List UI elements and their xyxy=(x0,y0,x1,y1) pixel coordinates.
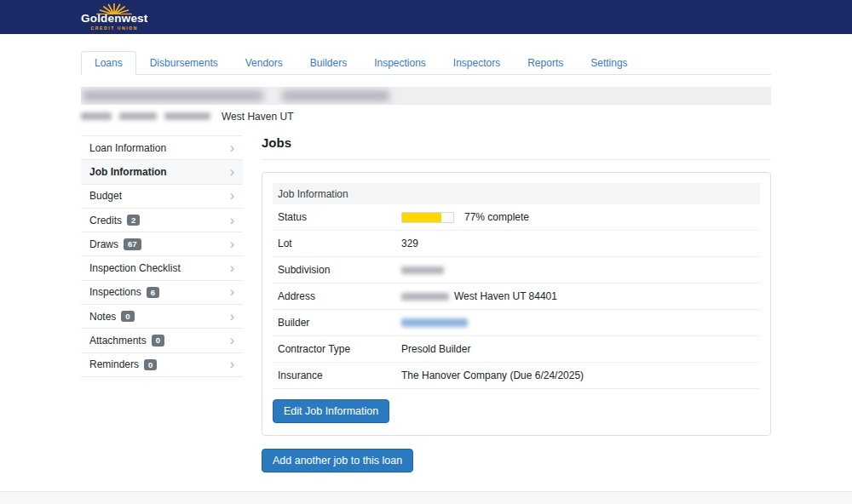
field-value: West Haven UT 84401 xyxy=(401,290,557,302)
chevron-right-icon: › xyxy=(230,165,234,179)
chevron-right-icon: › xyxy=(230,334,234,347)
tab-settings[interactable]: Settings xyxy=(577,51,641,75)
tab-inspections[interactable]: Inspections xyxy=(360,51,440,75)
field-value: 77% complete xyxy=(401,211,529,223)
sidebar-item-attachments[interactable]: Attachments0› xyxy=(81,329,243,352)
field-label: Lot xyxy=(278,238,401,249)
count-badge: 0 xyxy=(152,335,164,346)
field-value: The Hanover Company (Due 6/24/2025) xyxy=(401,369,584,381)
sidebar-item-label: Inspections xyxy=(89,286,141,298)
info-row-subdivision: Subdivision xyxy=(273,257,760,284)
chevron-right-icon: › xyxy=(230,214,234,227)
main-nav: LoansDisbursementsVendorsBuildersInspect… xyxy=(81,51,771,75)
field-label: Status xyxy=(278,211,401,223)
app-header: Goldenwest CREDIT UNION xyxy=(0,0,852,34)
sidebar-item-draws[interactable]: Draws67› xyxy=(81,232,243,256)
sidebar-item-credits[interactable]: Credits2› xyxy=(81,209,243,232)
edit-job-information-button[interactable]: Edit Job Information xyxy=(273,399,389,423)
info-row-lot: Lot329 xyxy=(273,231,760,257)
info-row-insurance: InsuranceThe Hanover Company (Due 6/24/2… xyxy=(273,363,760,389)
job-information-card: Job Information Status77% completeLot329… xyxy=(262,172,771,436)
field-value-text: West Haven UT 84401 xyxy=(454,290,557,302)
logo-name: Goldenwest xyxy=(81,13,148,25)
sidebar-item-inspections[interactable]: Inspections6› xyxy=(81,281,243,305)
sidebar: Loan Information›Job Information›Budget›… xyxy=(81,135,243,472)
sidebar-item-label: Budget xyxy=(89,190,122,202)
page-title: Jobs xyxy=(262,135,771,150)
sidebar-item-budget[interactable]: Budget› xyxy=(81,185,243,209)
progress-caption: 77% complete xyxy=(464,211,529,223)
field-label: Insurance xyxy=(278,369,401,381)
field-value: Presold Builder xyxy=(401,343,470,355)
sidebar-item-label: Attachments xyxy=(89,335,147,346)
nav-tabs: LoansDisbursementsVendorsBuildersInspect… xyxy=(81,51,771,75)
sidebar-item-inspection-checklist[interactable]: Inspection Checklist› xyxy=(81,256,243,280)
progress-bar xyxy=(401,212,454,223)
progress-fill xyxy=(402,213,441,222)
redacted-subdivision xyxy=(119,112,157,120)
chevron-right-icon: › xyxy=(230,141,234,155)
count-badge: 6 xyxy=(147,287,159,299)
field-label: Subdivision xyxy=(278,264,401,276)
chevron-right-icon: › xyxy=(230,238,234,251)
sidebar-item-label: Reminders xyxy=(89,358,139,370)
main-content: Jobs Job Information Status77% completeL… xyxy=(262,135,771,472)
field-label: Contractor Type xyxy=(278,343,401,355)
job-info-rows: Status77% completeLot329SubdivisionAddre… xyxy=(273,204,760,389)
sidebar-item-label: Inspection Checklist xyxy=(89,262,181,274)
logo-tagline: CREDIT UNION xyxy=(91,26,138,31)
chevron-right-icon: › xyxy=(230,310,234,324)
sidebar-item-label: Notes xyxy=(89,311,116,323)
sidebar-item-label: Job Information xyxy=(89,166,167,178)
field-value: 329 xyxy=(401,238,418,249)
tab-builders[interactable]: Builders xyxy=(296,51,360,75)
card-header: Job Information xyxy=(273,183,760,204)
info-row-contractor-type: Contractor TypePresold Builder xyxy=(273,336,760,363)
count-badge: 67 xyxy=(124,238,141,250)
loan-location: West Haven UT xyxy=(222,111,293,123)
chevron-right-icon: › xyxy=(230,261,234,275)
sidebar-item-job-information[interactable]: Job Information› xyxy=(81,160,243,184)
add-job-button[interactable]: Add another job to this loan xyxy=(262,449,413,472)
count-badge: 0 xyxy=(121,311,134,323)
tab-reports[interactable]: Reports xyxy=(514,51,577,75)
field-value xyxy=(401,318,468,327)
goldenwest-logo: Goldenwest CREDIT UNION xyxy=(81,3,148,31)
sidebar-item-notes[interactable]: Notes0› xyxy=(81,305,243,329)
tab-inspectors[interactable]: Inspectors xyxy=(440,51,514,75)
info-row-address: AddressWest Haven UT 84401 xyxy=(273,284,760,310)
title-divider xyxy=(262,159,771,160)
redacted-title-segment xyxy=(83,90,263,101)
info-row-status: Status77% complete xyxy=(273,204,760,231)
redacted-street xyxy=(164,112,210,120)
page-footer xyxy=(0,491,852,504)
chevron-right-icon: › xyxy=(230,189,234,203)
chevron-right-icon: › xyxy=(230,285,234,299)
redacted-builder-link[interactable] xyxy=(401,318,468,327)
tab-disbursements[interactable]: Disbursements xyxy=(136,51,232,75)
sidebar-item-loan-information[interactable]: Loan Information› xyxy=(81,136,243,160)
count-badge: 2 xyxy=(127,215,140,226)
sidebar-item-label: Draws xyxy=(89,238,118,250)
tab-loans[interactable]: Loans xyxy=(81,51,136,75)
field-label: Builder xyxy=(278,317,401,329)
redacted-title-segment xyxy=(282,90,389,101)
field-value xyxy=(401,266,444,274)
loan-header: West Haven UT xyxy=(81,87,771,122)
sidebar-item-label: Credits xyxy=(89,215,122,226)
redacted-lot xyxy=(81,112,112,120)
info-row-builder: Builder xyxy=(273,310,760,336)
sidebar-item-reminders[interactable]: Reminders0› xyxy=(81,353,243,377)
field-label: Address xyxy=(278,290,401,302)
count-badge: 0 xyxy=(144,359,157,371)
tab-vendors[interactable]: Vendors xyxy=(232,51,296,75)
chevron-right-icon: › xyxy=(230,358,234,371)
redacted-value xyxy=(401,266,444,274)
loan-subtitle: West Haven UT xyxy=(81,111,771,122)
redacted-value xyxy=(401,293,449,301)
loan-title-redacted xyxy=(81,87,771,105)
sidebar-item-label: Loan Information xyxy=(89,142,166,154)
